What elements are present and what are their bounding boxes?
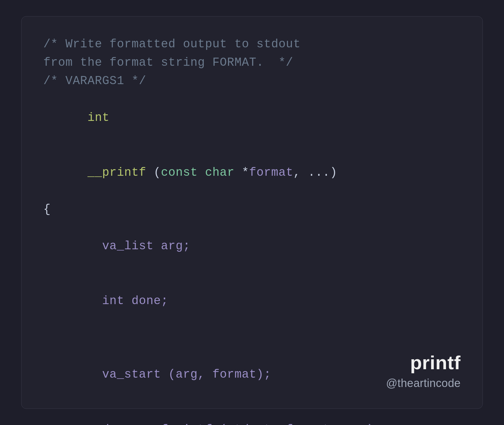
code-line-6: {	[43, 200, 461, 219]
code-line-9	[43, 329, 461, 347]
space1	[198, 166, 205, 179]
indent-11	[87, 423, 102, 425]
code-line-2: from the format string FORMAT. */	[43, 54, 461, 72]
code-line-1: /* Write formatted output to stdout	[43, 35, 461, 54]
code-card: /* Write formatted output to stdout from…	[21, 16, 483, 409]
code-line-3: /* VARARGS1 */	[43, 72, 461, 90]
code-line-5: __printf (const char *format, ...)	[43, 145, 461, 200]
param-format: format	[249, 166, 293, 179]
code-line-8: int done;	[43, 274, 461, 329]
function-title: printf	[386, 351, 461, 374]
const-keyword: const	[161, 166, 198, 179]
attribution-text: @theartincode	[386, 377, 461, 390]
comma-ellipsis: , ...)	[293, 166, 337, 179]
char-keyword: char	[205, 166, 234, 179]
int-keyword: int	[87, 111, 109, 124]
code-line-11: done = vfprintf (stdout, format, arg);	[43, 402, 461, 425]
func-name: __printf	[87, 166, 153, 179]
code-line-4: int	[43, 90, 461, 146]
int-done-decl: int done;	[102, 294, 168, 308]
indent-8	[87, 294, 102, 308]
va-list-decl: va_list arg;	[102, 239, 191, 253]
space2: *	[235, 166, 249, 179]
vfprintf-call: done = vfprintf (stdout, format, arg);	[102, 423, 381, 425]
indent-10	[87, 368, 102, 381]
code-line-7: va_list arg;	[43, 219, 461, 274]
va-start-call: va_start (arg, format);	[102, 368, 271, 381]
paren-open: (	[153, 166, 161, 179]
bottom-right-section: printf @theartincode	[386, 351, 461, 390]
indent-7	[87, 239, 102, 253]
